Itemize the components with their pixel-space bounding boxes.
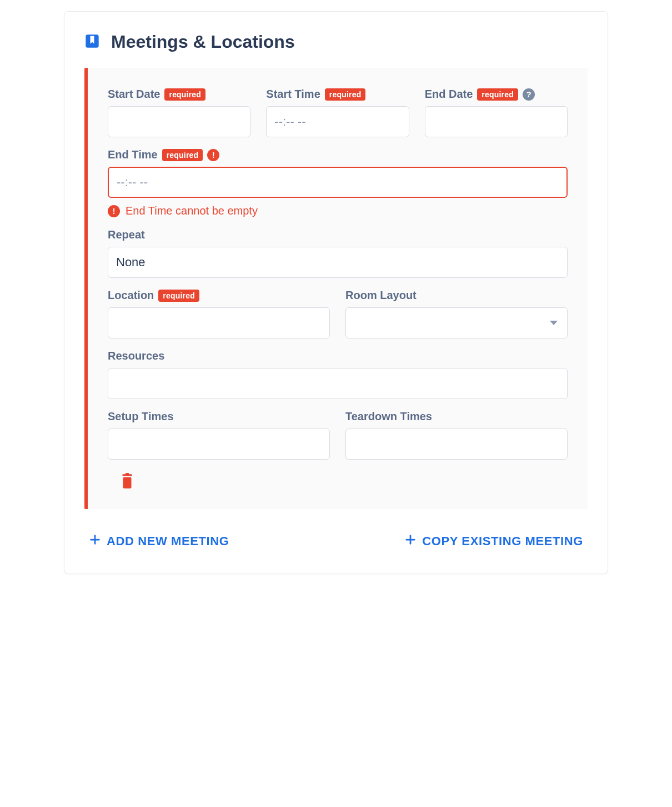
end-time-input[interactable] (108, 167, 568, 198)
help-icon[interactable]: ? (523, 88, 535, 101)
end-time-label: End Time (108, 148, 158, 161)
required-badge: required (164, 88, 205, 101)
end-date-label: End Date (425, 88, 473, 101)
room-layout-select[interactable] (345, 307, 568, 338)
required-badge: required (325, 88, 366, 101)
resources-input[interactable] (108, 368, 568, 399)
end-time-field: End Time required ! ! End Time cannot be… (108, 148, 568, 217)
error-icon: ! (207, 149, 219, 161)
trash-icon (120, 473, 134, 491)
location-field: Location required (108, 289, 330, 338)
add-new-meeting-label: ADD NEW MEETING (107, 534, 229, 549)
setup-times-input[interactable] (108, 429, 330, 460)
required-badge: required (477, 88, 518, 101)
location-input[interactable] (108, 307, 330, 338)
resources-field: Resources (108, 350, 568, 399)
start-time-label: Start Time (266, 88, 320, 101)
teardown-times-field: Teardown Times (345, 410, 568, 460)
start-date-field: Start Date required (108, 88, 250, 137)
teardown-times-input[interactable] (345, 429, 568, 460)
delete-meeting-button[interactable] (118, 471, 137, 494)
repeat-field: Repeat (108, 228, 568, 278)
location-label: Location (108, 289, 154, 302)
start-date-input[interactable] (108, 106, 250, 137)
plus-icon (404, 534, 417, 549)
meeting-form-panel: Start Date required Start Time required … (84, 68, 588, 509)
end-date-input[interactable] (425, 106, 568, 137)
error-icon: ! (108, 205, 120, 217)
bookmark-icon (84, 33, 100, 51)
room-layout-field: Room Layout (345, 289, 568, 338)
error-text: End Time cannot be empty (126, 205, 258, 217)
plus-icon (89, 534, 101, 549)
card-header: Meetings & Locations (84, 32, 588, 52)
svg-rect-2 (126, 473, 129, 475)
start-time-input[interactable] (266, 106, 409, 137)
teardown-times-label: Teardown Times (345, 410, 432, 423)
start-time-field: Start Time required (266, 88, 409, 137)
add-new-meeting-button[interactable]: ADD NEW MEETING (89, 534, 229, 549)
setup-times-field: Setup Times (108, 410, 330, 460)
page-title: Meetings & Locations (111, 32, 295, 52)
copy-existing-meeting-button[interactable]: COPY EXISTING MEETING (404, 534, 583, 549)
svg-rect-3 (123, 477, 132, 489)
end-time-error: ! End Time cannot be empty (108, 205, 568, 217)
room-layout-label: Room Layout (345, 289, 417, 302)
required-badge: required (162, 149, 203, 161)
end-date-field: End Date required ? (425, 88, 568, 137)
repeat-input[interactable] (108, 247, 568, 278)
resources-label: Resources (108, 350, 164, 362)
required-badge: required (158, 290, 199, 302)
start-date-label: Start Date (108, 88, 160, 101)
actions-row: ADD NEW MEETING COPY EXISTING MEETING (84, 534, 588, 549)
setup-times-label: Setup Times (108, 410, 174, 423)
meetings-locations-card: Meetings & Locations Start Date required… (64, 11, 608, 574)
repeat-label: Repeat (108, 228, 145, 241)
copy-existing-meeting-label: COPY EXISTING MEETING (422, 534, 583, 549)
